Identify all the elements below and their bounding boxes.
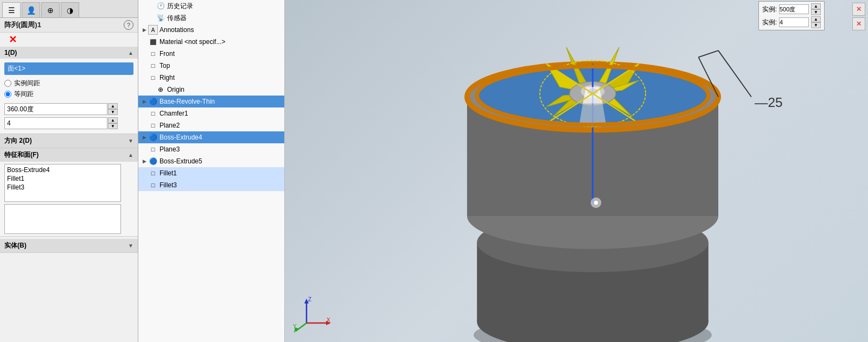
- tree-label-history: 历史记录: [167, 2, 193, 11]
- tree-label-front: Front: [159, 50, 175, 58]
- direction2-section[interactable]: 方向 2(D) ▼: [0, 134, 138, 148]
- body-section[interactable]: 实体(B) ▼: [0, 239, 138, 253]
- plane2-icon: □: [148, 121, 158, 130]
- coordinate-axes: Z X Y: [293, 296, 331, 334]
- expand-icon: [141, 169, 148, 177]
- radio-group: 实例间距 等间距: [4, 77, 133, 101]
- instance-value2[interactable]: [779, 17, 809, 27]
- tree-label-fillet1: Fillet1: [159, 169, 177, 177]
- instance-down1[interactable]: ▼: [811, 9, 821, 15]
- instance-down2[interactable]: ▼: [811, 22, 821, 28]
- tree-label-boss-extrude5: Boss-Extrude5: [159, 157, 202, 165]
- selected-face[interactable]: 面<1>: [4, 62, 133, 75]
- expand-icon: [148, 14, 156, 22]
- face-item-0: Boss-Extrude4: [6, 166, 119, 174]
- radio-equal-label: 等间距: [14, 90, 34, 99]
- instance-label1: 实例:: [762, 5, 777, 14]
- tree-item-sensors[interactable]: 📡 传感器: [138, 12, 284, 24]
- direction1-title: 1(D): [4, 49, 17, 56]
- help-button[interactable]: ?: [124, 20, 133, 30]
- radio-instance-input[interactable]: [4, 80, 11, 87]
- expand-icon: [141, 74, 148, 81]
- annotations-icon: A: [148, 25, 158, 35]
- direction2-chevron-icon: ▼: [128, 138, 133, 144]
- close-row: ✕: [0, 33, 138, 47]
- count-down-button[interactable]: ▼: [108, 123, 118, 129]
- fillet1-icon: □: [148, 168, 158, 178]
- left-panel: ☰ 👤 ⊕ ◑ 阵列(圆周)1 ? ✕ 1(D) ▲ 面<1> 实例间距: [0, 0, 138, 342]
- tree-item-base-revolve[interactable]: ▶ 🔵 Base-Revolve-Thin: [138, 96, 284, 107]
- panel-title: 阵列(圆周)1: [4, 20, 41, 30]
- tab-crosshair[interactable]: ⊕: [41, 2, 60, 17]
- tree-label-origin: Origin: [167, 86, 184, 93]
- tree-item-history[interactable]: 🕐 历史记录: [138, 0, 284, 12]
- expand-icon: [141, 145, 148, 153]
- tree-item-right[interactable]: □ Right: [138, 72, 284, 84]
- body-chevron-icon: ▼: [128, 243, 133, 249]
- tab-list[interactable]: ☰: [2, 2, 21, 17]
- chamfer1-icon: □: [148, 109, 158, 118]
- faces-content: Boss-Extrude4 Fillet1 Fillet3: [0, 162, 138, 236]
- empty-faces-box[interactable]: [4, 204, 121, 234]
- count-input[interactable]: [4, 117, 107, 129]
- expand-icon: [141, 122, 148, 129]
- expand-icon: [148, 2, 156, 10]
- tree-item-boss-extrude4[interactable]: ▶ 🔵 Boss-Extrude4: [138, 131, 284, 143]
- tree-label-right: Right: [159, 74, 175, 81]
- tree-item-origin[interactable]: ⊕ Origin: [138, 84, 284, 96]
- instance-box: 实例: ▲ ▼ 实例: ▲ ▼: [758, 1, 825, 30]
- tree-item-fillet1[interactable]: □ Fillet1: [138, 167, 284, 179]
- svg-marker-22: [579, 104, 606, 124]
- tab-color[interactable]: ◑: [61, 2, 79, 17]
- tree-item-annotations[interactable]: ▶ A Annotations: [138, 24, 284, 36]
- tree-item-material[interactable]: ⬛ Material <not specif...>: [138, 36, 284, 48]
- top-icon: □: [148, 61, 158, 71]
- radio-instance-label: 实例间距: [14, 79, 40, 88]
- angle-input[interactable]: [4, 103, 107, 115]
- tree-item-top[interactable]: □ Top: [138, 60, 284, 72]
- faces-header[interactable]: 特征和面(F) ▲: [0, 148, 138, 162]
- radio-equal-input[interactable]: [4, 91, 11, 98]
- svg-text:X: X: [327, 317, 330, 323]
- faces-list[interactable]: Boss-Extrude4 Fillet1 Fillet3: [4, 164, 121, 202]
- count-up-button[interactable]: ▲: [108, 117, 118, 123]
- instance-label2: 实例:: [762, 18, 777, 27]
- body-title: 实体(B): [4, 241, 27, 250]
- tree-label-base-revolve: Base-Revolve-Thin: [159, 98, 215, 105]
- right-icon: □: [148, 73, 158, 83]
- tree-label-chamfer1: Chamfer1: [159, 110, 188, 117]
- instance-row1: 实例: ▲ ▼: [762, 3, 821, 15]
- tree-label-material: Material <not specif...>: [159, 38, 225, 46]
- instance-spin1: ▲ ▼: [811, 3, 821, 15]
- instance-value1[interactable]: [779, 4, 809, 14]
- tab-user[interactable]: 👤: [22, 2, 40, 17]
- fillet3-icon: □: [148, 180, 158, 190]
- tree-label-sensors: 传感器: [167, 14, 187, 23]
- faces-chevron-icon: ▲: [128, 152, 133, 158]
- angle-up-button[interactable]: ▲: [108, 103, 118, 109]
- radio-instance[interactable]: 实例间距: [4, 79, 133, 88]
- direction1-chevron-icon: ▲: [128, 50, 133, 56]
- tree-item-front[interactable]: □ Front: [138, 48, 284, 60]
- instance-up2[interactable]: ▲: [811, 16, 821, 22]
- tree-item-fillet3[interactable]: □ Fillet3: [138, 179, 284, 191]
- instance-spin2: ▲ ▼: [811, 16, 821, 28]
- direction1-header[interactable]: 1(D) ▲: [0, 47, 138, 59]
- tree-item-plane3[interactable]: □ Plane3: [138, 143, 284, 155]
- tree-label-plane2: Plane2: [159, 122, 180, 129]
- close-button[interactable]: ✕: [4, 33, 21, 46]
- svg-text:Z: Z: [308, 296, 311, 302]
- viewport[interactable]: 实例: ▲ ▼ 实例: ▲ ▼ ✕ ✕: [285, 0, 868, 342]
- tree-item-boss-extrude5[interactable]: ▶ 🔵 Boss-Extrude5: [138, 155, 284, 167]
- expand-icon: [141, 62, 148, 69]
- instance-up1[interactable]: ▲: [811, 3, 821, 9]
- tree-label-top: Top: [159, 62, 170, 69]
- radio-equal[interactable]: 等间距: [4, 90, 133, 99]
- angle-down-button[interactable]: ▼: [108, 109, 118, 115]
- tree-item-plane2[interactable]: □ Plane2: [138, 119, 284, 131]
- svg-text:Y: Y: [293, 324, 297, 330]
- faces-title: 特征和面(F): [4, 150, 39, 160]
- face-item-2: Fillet3: [6, 183, 119, 192]
- tree-item-chamfer1[interactable]: □ Chamfer1: [138, 107, 284, 119]
- expand-icon-base-revolve: ▶: [141, 98, 148, 105]
